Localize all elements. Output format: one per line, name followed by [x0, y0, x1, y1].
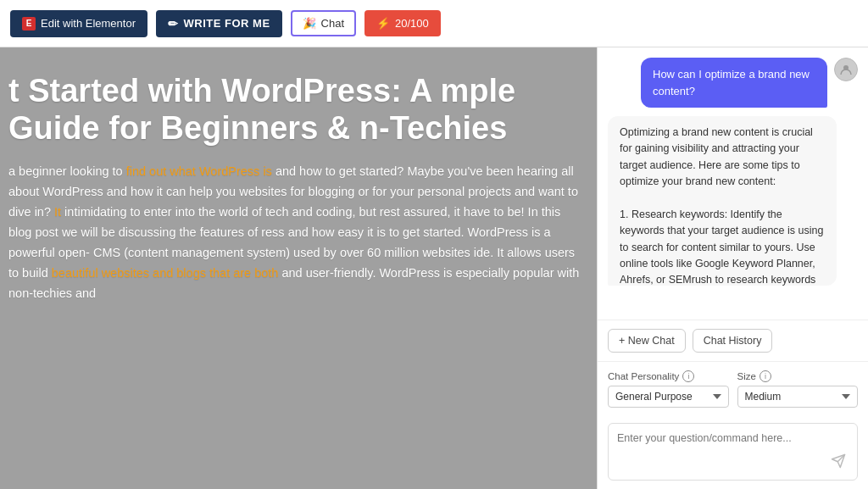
- size-info-icon[interactable]: i: [760, 370, 771, 382]
- user-bubble: How can I optimize a brand new content?: [641, 58, 827, 108]
- ai-bubble-text: Optimizing a brand new content is crucia…: [620, 126, 823, 286]
- article-body-text: a beginner looking to find out what Word…: [8, 164, 579, 300]
- chat-history-label: Chat History: [704, 335, 762, 347]
- main-area: t Started with WordPress: A mple Guide f…: [0, 47, 868, 489]
- highlight-text: find out what WordPress is: [126, 164, 272, 178]
- chat-panel: How can I optimize a brand new content? …: [597, 47, 868, 489]
- chat-input[interactable]: [617, 431, 826, 473]
- article-body: a beginner looking to find out what Word…: [8, 162, 580, 303]
- personality-info-icon[interactable]: i: [682, 370, 694, 382]
- size-select[interactable]: Small Medium Large: [737, 386, 859, 408]
- chat-settings: Chat Personality i General Purpose Profe…: [598, 361, 868, 423]
- counter-label: 20/100: [395, 17, 429, 30]
- ai-bubble: Optimizing a brand new content is crucia…: [608, 116, 837, 286]
- chat-messages: How can I optimize a brand new content? …: [598, 47, 868, 320]
- personality-select[interactable]: General Purpose Professional Friendly Cr…: [608, 386, 729, 408]
- write-for-me-button[interactable]: ✏ WRITE FOR ME: [156, 10, 282, 37]
- chat-icon: 🎉: [303, 17, 316, 30]
- personality-label: Chat Personality i: [608, 370, 729, 382]
- new-chat-button[interactable]: + New Chat: [608, 329, 686, 353]
- toolbar: E Edit with Elementor ✏ WRITE FOR ME 🎉 C…: [0, 0, 868, 47]
- chat-label: Chat: [321, 17, 344, 30]
- new-chat-label: + New Chat: [619, 335, 675, 347]
- chat-button[interactable]: 🎉 Chat: [291, 10, 356, 36]
- personality-group: Chat Personality i General Purpose Profe…: [608, 370, 729, 408]
- size-group: Size i Small Medium Large: [737, 370, 859, 408]
- user-message: How can I optimize a brand new content?: [608, 58, 858, 108]
- article-title: t Started with WordPress: A mple Guide f…: [8, 73, 580, 147]
- elementor-icon: E: [22, 17, 36, 31]
- send-button[interactable]: [826, 449, 850, 473]
- write-label: WRITE FOR ME: [184, 17, 270, 30]
- chat-input-wrapper: [608, 423, 858, 481]
- highlight-text-2: It: [54, 205, 61, 219]
- chat-actions: + New Chat Chat History: [598, 320, 868, 361]
- article-panel: t Started with WordPress: A mple Guide f…: [0, 47, 597, 489]
- send-icon: [831, 453, 846, 469]
- highlight-text-3: beautiful websites and blogs that are bo…: [52, 266, 279, 280]
- write-icon: ✏: [168, 17, 179, 31]
- size-label: Size i: [737, 370, 859, 382]
- counter-icon: ⚡: [376, 17, 390, 30]
- edit-with-elementor-button[interactable]: E Edit with Elementor: [10, 10, 147, 37]
- chat-input-area: [598, 423, 868, 489]
- chat-history-button[interactable]: Chat History: [693, 329, 773, 353]
- edit-label: Edit with Elementor: [41, 17, 136, 30]
- settings-row: Chat Personality i General Purpose Profe…: [608, 370, 858, 408]
- ai-message: Optimizing a brand new content is crucia…: [608, 116, 858, 286]
- user-avatar: [834, 58, 858, 81]
- counter-button[interactable]: ⚡ 20/100: [364, 10, 441, 36]
